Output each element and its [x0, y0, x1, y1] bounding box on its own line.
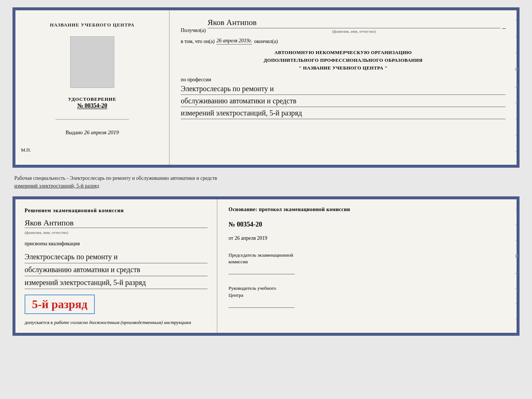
profession-line2: обслуживанию автоматики и средств — [181, 95, 506, 107]
profession-line3: измерений электростанций, 5-й разряд — [181, 107, 506, 119]
recipient-name: Яков Антипов — [208, 18, 500, 28]
qual-line2: обслуживанию автоматики и средств — [25, 263, 208, 276]
date-section: в том, что он(а) 26 апреля 2019г. окончи… — [181, 38, 506, 44]
cert-number: № 00354-20 — [77, 102, 107, 109]
org-line2: ДОПОЛНИТЕЛЬНОГО ПРОФЕССИОНАЛЬНОГО ОБРАЗО… — [181, 57, 506, 64]
protocol-date-val: 26 апреля 2019 — [234, 235, 267, 241]
top-doc-left: НАЗВАНИЕ УЧЕБНОГО ЦЕНТРА УДОСТОВЕРЕНИЕ №… — [15, 10, 170, 165]
protocol-number: № 00354-20 — [229, 221, 506, 228]
bottom-document: Решением экаменационной комиссии Яков Ан… — [12, 196, 520, 336]
top-doc-right: Получил(а) Яков Антипов (фамилия, имя, о… — [170, 10, 517, 165]
issued-section: Выдано 26 апреля 2019 — [66, 129, 119, 136]
chairman-section: Председатель экзаменационной комиссии — [229, 252, 506, 274]
qual-line1: Электрослесарь по ремонту и — [25, 250, 208, 263]
org-line1: АВТОНОМНУЮ НЕКОММЕРЧЕСКУЮ ОРГАНИЗАЦИЮ — [181, 49, 506, 57]
profession-line1: Электрослесарь по ремонту и — [181, 83, 506, 95]
chairman-title: Председатель экзаменационной комиссии — [229, 252, 506, 265]
recipient-section: Получил(а) Яков Антипов (фамилия, имя, о… — [181, 18, 506, 33]
bottom-doc-left: Решением экаменационной комиссии Яков Ан… — [15, 199, 218, 333]
qual-line3: измерений электростанций, 5-й разряд — [25, 276, 208, 289]
date-prefix: в том, что он(а) — [181, 39, 215, 44]
issued-label: Выдано — [66, 130, 83, 135]
allowed-section: допускается к работе согласно должностны… — [25, 320, 208, 325]
middle-line1: Рабочая специальность - Электрослесарь п… — [14, 175, 217, 181]
allowed-italic: работе согласно должностным (производств… — [54, 320, 191, 325]
profession-label: по профессии — [181, 77, 211, 82]
org-line3: " НАЗВАНИЕ УЧЕБНОГО ЦЕНТРА " — [181, 64, 506, 72]
protocol-date: от 26 апреля 2019 — [229, 235, 506, 241]
edge-marks-top: – – – И ,а ‹– – – – — [515, 18, 518, 153]
middle-line2: измерений электростанций, 5-й разряд — [14, 183, 99, 189]
commission-title: Решением экаменационной комиссии — [25, 207, 208, 214]
qualification-section: Электрослесарь по ремонту и обслуживанию… — [25, 250, 208, 289]
org-block: АВТОНОМНУЮ НЕКОММЕРЧЕСКУЮ ОРГАНИЗАЦИЮ ДО… — [181, 49, 506, 72]
rank-box: 5-й разряд — [25, 295, 95, 314]
date-suffix: окончил(а) — [254, 39, 278, 44]
middle-text: Рабочая специальность - Электрослесарь п… — [12, 174, 520, 190]
assigned-label: присвоена квалификация — [25, 241, 208, 247]
basis-label: Основание: протокол экаменационной комис… — [229, 207, 506, 213]
director-sig-line — [229, 300, 295, 308]
profession-section: по профессии Электрослесарь по ремонту и… — [181, 76, 506, 119]
issued-date: 26 апреля 2019 — [84, 129, 119, 135]
dash-1: – — [502, 24, 506, 32]
rank-text: 5-й разряд — [32, 298, 87, 311]
director-title: Руководитель учебного Центра — [229, 285, 506, 298]
director-section: Руководитель учебного Центра — [229, 285, 506, 307]
bottom-person-name: Яков Антипов — [25, 218, 208, 228]
edge-marks-bottom: – – – И ,а ‹– – – – — [515, 207, 518, 336]
cert-label: УДОСТОВЕРЕНИЕ — [68, 96, 116, 102]
mp-label: М.П. — [21, 147, 31, 153]
top-document: НАЗВАНИЕ УЧЕБНОГО ЦЕНТРА УДОСТОВЕРЕНИЕ №… — [12, 7, 520, 168]
date-prefix-bottom: от — [229, 235, 233, 241]
recipient-sub: (фамилия, имя, отчество) — [208, 29, 500, 33]
cert-number-section: УДОСТОВЕРЕНИЕ № 00354-20 — [68, 96, 116, 109]
date-value: 26 апреля 2019г. — [216, 38, 252, 44]
bottom-doc-right: Основание: протокол экаменационной комис… — [218, 199, 517, 333]
top-doc-school-name: НАЗВАНИЕ УЧЕБНОГО ЦЕНТРА — [50, 22, 135, 28]
received-label: Получил(а) — [181, 28, 206, 33]
bottom-person-sub: (фамилия, имя, отчество) — [25, 230, 68, 235]
cert-photo-placeholder — [70, 36, 114, 88]
chairman-sig-line — [229, 267, 295, 274]
rank-section: 5-й разряд — [25, 293, 208, 314]
bottom-person-section: Яков Антипов (фамилия, имя, отчество) — [25, 218, 208, 235]
allowed-prefix: допускается к — [25, 320, 53, 325]
